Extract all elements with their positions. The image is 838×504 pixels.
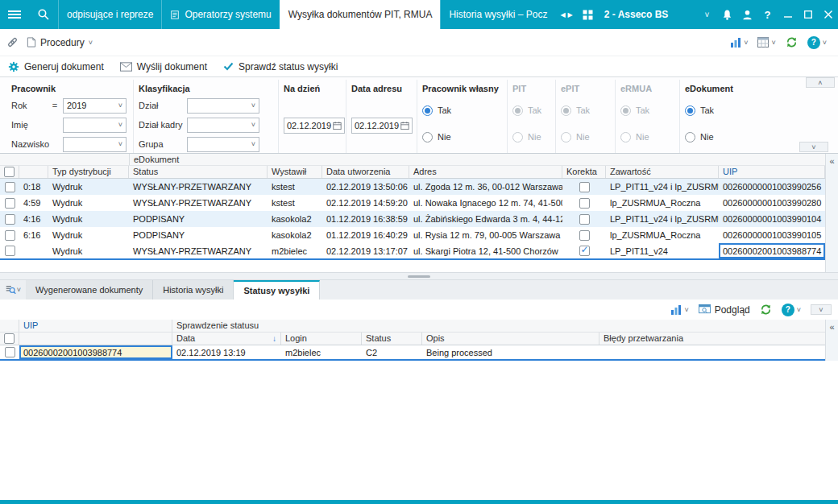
korekta-checkbox[interactable]	[579, 198, 590, 209]
time-column-header[interactable]	[19, 166, 48, 178]
edokument-nie-radio[interactable]	[685, 132, 695, 143]
rok-operator-button[interactable]: =	[50, 101, 60, 110]
korekta-checkbox[interactable]	[579, 246, 590, 256]
check-status-button[interactable]: Sprawdź status wysyłki	[223, 61, 338, 72]
workspace-dropdown-button[interactable]: ˅	[697, 0, 717, 29]
tab-scroll-left-icon[interactable]: ◀	[560, 11, 565, 19]
pracownik-wlasny-nie-radio[interactable]	[422, 132, 433, 143]
user-button[interactable]	[737, 0, 757, 29]
notifications-button[interactable]	[717, 0, 737, 29]
filter-collapse-up-button[interactable]: ˄	[806, 77, 835, 88]
korekta-checkbox[interactable]	[579, 182, 590, 192]
preview-button[interactable]: Podgląd	[699, 304, 750, 316]
status-header[interactable]: Status	[362, 333, 422, 345]
search-list-icon	[5, 284, 16, 295]
row-checkbox[interactable]	[5, 347, 15, 357]
procedures-menu-button[interactable]: Procedury ˅	[27, 37, 93, 48]
korekta-header[interactable]: Korekta	[562, 166, 606, 178]
radio-row: Tak	[620, 102, 673, 118]
maximize-button[interactable]	[798, 0, 818, 29]
documents-table-body: eDokument Typ dystrybucji Status Wystawi…	[0, 154, 825, 272]
table-row-selected[interactable]: Wydruk WYSŁANY-PRZETWARZANY m2bielec 02.…	[0, 243, 825, 260]
data-cell: 02.12.2019 13:50:06	[322, 179, 409, 195]
uip-header[interactable]: UIP	[719, 166, 825, 178]
calendar-icon[interactable]	[400, 121, 409, 130]
documents-table: eDokument Typ dystrybucji Status Wystawi…	[0, 154, 838, 272]
grupa-select[interactable]: ˅	[187, 137, 259, 152]
table-row[interactable]: 0:18 Wydruk WYSŁANY-PRZETWARZANY kstest …	[0, 179, 825, 195]
rok-select[interactable]: 2019 ˅	[63, 98, 127, 114]
row-checkbox[interactable]	[5, 214, 15, 225]
dzial-kadry-select[interactable]: ˅	[187, 118, 259, 133]
bledy-przetwarzania-header[interactable]: Błędy przetwarzania	[599, 333, 825, 345]
row-checkbox[interactable]	[5, 182, 15, 192]
table-row[interactable]: 4:16 Wydruk PODPISANY kasokola2 01.12.20…	[0, 211, 825, 227]
splitter-handle-icon	[408, 275, 430, 278]
status-header[interactable]: Status	[129, 166, 268, 178]
chart-menu-button[interactable]: ˅	[730, 37, 748, 48]
help-button[interactable]: ?	[757, 0, 778, 29]
link-button[interactable]	[6, 36, 19, 48]
row-checkbox[interactable]	[5, 230, 15, 241]
tab-historia-wysylki[interactable]: Historia wysyłki	[153, 280, 234, 300]
select-all-checkbox[interactable]	[4, 167, 15, 177]
table-row[interactable]: 6:16 Wydruk PODPISANY kasokola2 01.12.20…	[0, 227, 825, 243]
filter-collapse-down-button[interactable]: ˅	[799, 142, 828, 152]
panel-splitter[interactable]	[0, 272, 838, 280]
calendar-icon[interactable]	[333, 121, 342, 130]
data-header[interactable]: Data ↓	[172, 333, 281, 345]
bottom-refresh-button[interactable]	[760, 304, 772, 316]
pracownik-wlasny-header: Pracownik własny	[422, 81, 500, 96]
pracownik-wlasny-tak-radio[interactable]	[422, 105, 433, 116]
wystawil-header[interactable]: Wystawił	[268, 166, 322, 178]
korekta-cell	[562, 243, 606, 258]
tab-scroll-right-icon[interactable]: ▶	[568, 11, 573, 19]
search-button[interactable]	[29, 0, 58, 29]
help-menu-button[interactable]: ? ˅	[807, 36, 827, 49]
data-adresu-input[interactable]: 02.12.2019	[351, 118, 413, 134]
edokument-tak-radio[interactable]	[685, 105, 695, 116]
close-button[interactable]	[818, 0, 838, 29]
chevron-down-icon: ˅	[797, 306, 801, 314]
tab-signatories[interactable]: odpisujące i repreze	[58, 0, 161, 29]
hamburger-icon	[8, 9, 21, 20]
minimize-button[interactable]	[778, 0, 798, 29]
opis-header[interactable]: Opis	[422, 333, 599, 345]
result-views-button[interactable]: ˅	[0, 280, 26, 300]
row-checkbox[interactable]	[5, 198, 15, 209]
wystawil-cell: m2bielec	[268, 243, 322, 258]
uip-header[interactable]: UIP	[19, 320, 172, 332]
zawartosc-header[interactable]: Zawartość	[606, 166, 719, 178]
imie-select[interactable]: ˅	[63, 118, 127, 133]
tab-statusy-wysylki[interactable]: Statusy wysyłki	[234, 280, 320, 300]
apps-grid-button[interactable]	[578, 0, 598, 29]
tab-dispatch-history[interactable]: Historia wysyłki – Pocz	[440, 0, 555, 29]
generate-document-button[interactable]: Generuj dokument	[8, 61, 104, 72]
send-document-button[interactable]: Wyślij dokument	[120, 61, 207, 72]
na-dzien-input[interactable]: 02.12.2019	[284, 118, 345, 134]
korekta-checkbox[interactable]	[579, 230, 590, 241]
table-row[interactable]: 4:59 Wydruk WYSŁANY-PRZETWARZANY kstest …	[0, 195, 825, 211]
korekta-checkbox[interactable]	[579, 214, 590, 225]
nazwisko-select[interactable]: ˅	[63, 137, 127, 152]
dzial-select[interactable]: ˅	[187, 98, 259, 114]
typ-dystrybucji-header[interactable]: Typ dystrybucji	[48, 166, 129, 178]
grid-settings-button[interactable]: ˅	[757, 37, 775, 48]
filter-group-klasyfikacja: Klasyfikacja Dział ˅ Dział kadry ˅ Grupa	[134, 80, 279, 153]
select-all-checkbox[interactable]	[4, 333, 15, 344]
tab-wygenerowane-dokumenty[interactable]: Wygenerowane dokumenty	[26, 280, 153, 300]
collapse-left-icon[interactable]: «	[829, 323, 834, 361]
adres-header[interactable]: Adres	[409, 166, 562, 178]
collapse-left-icon[interactable]: «	[829, 157, 834, 272]
bottom-panel-collapse-button[interactable]: ˅	[811, 304, 832, 315]
tab-pit-rmua-dispatch[interactable]: Wysyłka dokumentów PIT, RMUA	[280, 0, 441, 29]
hamburger-menu-button[interactable]	[0, 0, 29, 29]
bottom-help-menu-button[interactable]: ? ˅	[782, 304, 801, 316]
bottom-chart-menu-button[interactable]: ˅	[670, 304, 688, 315]
refresh-button[interactable]	[786, 36, 798, 48]
data-utworzenia-header[interactable]: Data utworzenia	[322, 166, 409, 178]
status-row-selected[interactable]: 00260002001003988774 02.12.2019 13:19 m2…	[0, 345, 825, 361]
tab-system-operators[interactable]: Operatorzy systemu	[161, 0, 279, 29]
row-checkbox[interactable]	[5, 246, 15, 256]
login-header[interactable]: Login	[281, 333, 362, 345]
